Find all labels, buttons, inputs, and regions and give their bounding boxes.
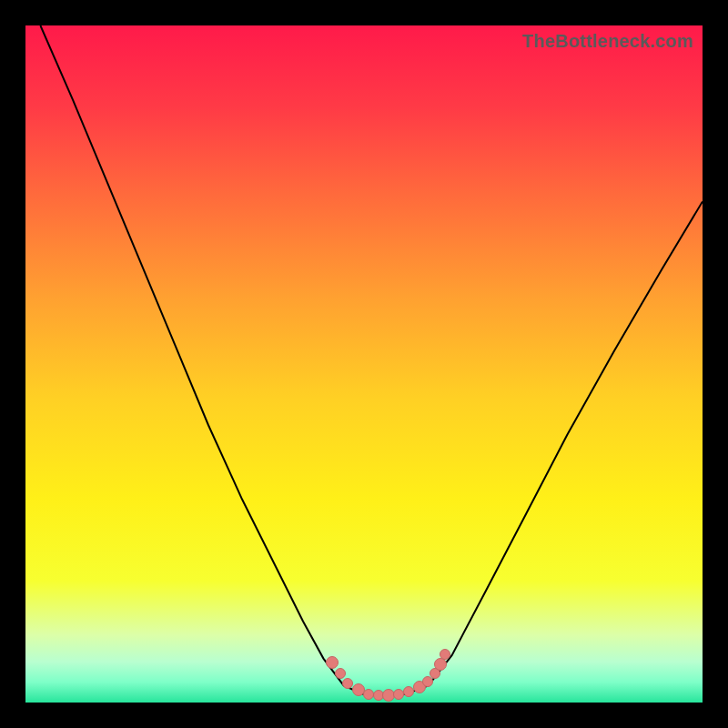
data-marker xyxy=(335,668,346,679)
bottleneck-curve xyxy=(25,25,703,703)
curve-path xyxy=(40,25,703,696)
plot-area: TheBottleneck.com xyxy=(25,25,703,703)
data-marker xyxy=(363,689,374,700)
chart-frame: TheBottleneck.com xyxy=(0,0,728,728)
data-marker xyxy=(393,689,404,700)
